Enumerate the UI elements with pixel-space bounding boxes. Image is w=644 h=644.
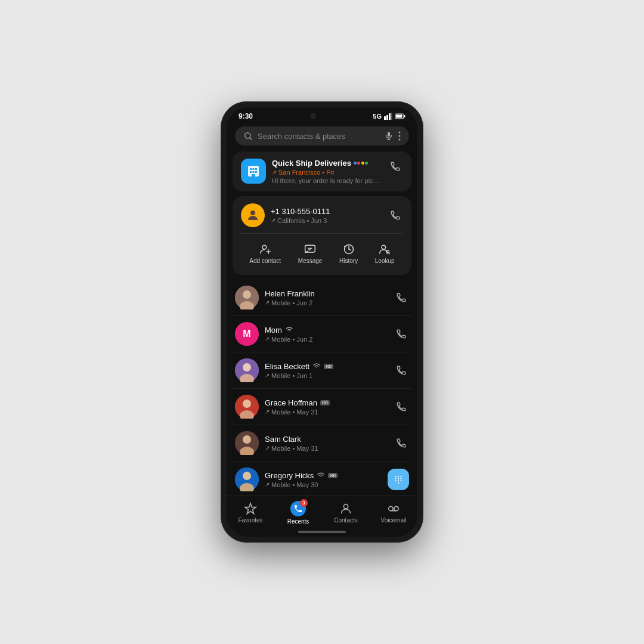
helen-call-button[interactable] xyxy=(394,290,409,305)
svg-point-54 xyxy=(398,478,399,479)
phone-frame: 9:30 5G xyxy=(221,101,423,543)
elisa-call-button[interactable] xyxy=(394,363,409,378)
sam-sub: ↗ Mobile • May 31 xyxy=(265,445,388,452)
svg-rect-1 xyxy=(386,115,388,120)
voice-search-icon[interactable] xyxy=(384,131,394,141)
sam-name: Sam Clark xyxy=(265,435,388,444)
recent-item-elisa[interactable]: Elisa Beckett HD ↗ Mobile • Jun 1 xyxy=(233,352,411,389)
svg-point-58 xyxy=(400,480,401,481)
svg-rect-18 xyxy=(255,168,257,170)
dialpad-fab[interactable] xyxy=(388,469,409,490)
svg-point-62 xyxy=(394,506,398,510)
grace-sub: ↗ Mobile • May 31 xyxy=(265,408,388,416)
gregory-avatar-img xyxy=(235,467,259,491)
phone-icon xyxy=(390,210,401,221)
elisa-info: Elisa Beckett HD ↗ Mobile • Jun 1 xyxy=(265,362,388,379)
helen-sub: ↗ Mobile • Jun 2 xyxy=(265,299,388,306)
unknown-call-button[interactable] xyxy=(388,208,403,223)
add-contact-icon xyxy=(259,243,271,255)
svg-line-8 xyxy=(250,138,252,140)
sam-avatar xyxy=(235,431,259,455)
quick-ship-call-button[interactable] xyxy=(388,159,403,174)
camera-notch xyxy=(310,113,316,119)
nav-favorites[interactable]: Favorites xyxy=(227,502,274,524)
nav-voicemail-label: Voicemail xyxy=(381,517,407,524)
svg-point-59 xyxy=(398,482,399,484)
unknown-number-card[interactable]: +1 310-555-0111 ↗ California • Jun 3 xyxy=(233,196,411,275)
svg-point-52 xyxy=(400,476,401,477)
contacts-icon xyxy=(339,502,352,515)
svg-point-12 xyxy=(399,132,401,134)
home-indicator xyxy=(227,527,417,537)
svg-point-60 xyxy=(343,504,348,509)
svg-point-61 xyxy=(389,506,393,510)
recent-item-mom[interactable]: M Mom ↗ Mobile • Jun 2 xyxy=(233,316,411,352)
helen-avatar xyxy=(235,286,259,309)
svg-rect-2 xyxy=(389,113,391,120)
svg-point-53 xyxy=(395,478,396,479)
gregory-info: Gregory Hicks HD ↗ Mobile • May 30 xyxy=(265,471,382,488)
status-bar: 9:30 5G xyxy=(227,107,417,123)
nav-recents[interactable]: 3 Recents xyxy=(274,501,322,525)
message-icon xyxy=(304,243,316,255)
grace-avatar xyxy=(235,395,259,419)
action-message[interactable]: Message xyxy=(292,240,329,268)
mom-call-button[interactable] xyxy=(394,326,409,342)
svg-point-57 xyxy=(398,480,399,481)
quick-ship-name: Quick Ship Deliveries xyxy=(272,159,351,168)
phone-icon xyxy=(390,161,401,172)
svg-rect-6 xyxy=(396,115,402,118)
phone-icon xyxy=(396,292,407,303)
svg-rect-17 xyxy=(253,168,255,170)
helen-name: Helen Franklin xyxy=(265,289,388,298)
quick-ship-card[interactable]: Quick Ship Deliveries ↗ San Francisco • … xyxy=(233,151,411,191)
mom-info: Mom ↗ Mobile • Jun 2 xyxy=(265,326,388,343)
action-add-contact[interactable]: Add contact xyxy=(243,240,287,268)
helen-info: Helen Franklin ↗ Mobile • Jun 2 xyxy=(265,289,388,306)
lookup-icon xyxy=(379,243,391,255)
svg-rect-22 xyxy=(252,174,255,177)
recent-item-grace[interactable]: Grace Hoffman HD ↗ Mobile • May 31 xyxy=(233,389,411,425)
action-message-label: Message xyxy=(298,258,323,264)
nav-voicemail[interactable]: Voicemail xyxy=(370,502,417,524)
main-content: Search contacts & places xyxy=(227,123,417,496)
recents-bubble: 3 xyxy=(290,501,306,516)
more-options-icon[interactable] xyxy=(398,131,401,141)
svg-point-42 xyxy=(243,400,251,408)
nav-recents-label: Recents xyxy=(287,518,309,525)
nav-contacts[interactable]: Contacts xyxy=(322,502,370,524)
signal-text: 5G xyxy=(373,113,382,120)
svg-point-55 xyxy=(400,478,401,479)
building-icon xyxy=(246,164,261,178)
signal-bars-icon xyxy=(384,113,392,120)
unknown-number: +1 310-555-0111 xyxy=(271,207,382,216)
svg-line-34 xyxy=(389,253,390,254)
grace-call-button[interactable] xyxy=(394,399,409,414)
svg-rect-5 xyxy=(404,115,405,117)
quick-ship-location: ↗ San Francisco • Fri xyxy=(272,169,382,176)
home-bar xyxy=(298,531,346,533)
recent-item-helen[interactable]: Helen Franklin ↗ Mobile • Jun 2 xyxy=(233,280,411,316)
action-lookup[interactable]: Lookup xyxy=(369,240,401,268)
recent-item-gregory[interactable]: Gregory Hicks HD ↗ Mobile • May 30 xyxy=(233,462,411,496)
nav-contacts-label: Contacts xyxy=(334,517,357,524)
battery-icon xyxy=(395,113,405,120)
mom-name: Mom xyxy=(265,326,388,335)
quick-ship-message: Hi there, your order is ready for pickup… xyxy=(272,177,382,184)
mom-avatar: M xyxy=(235,322,259,346)
history-icon xyxy=(343,243,355,255)
action-history[interactable]: History xyxy=(333,240,364,268)
svg-rect-0 xyxy=(384,116,386,120)
sam-call-button[interactable] xyxy=(394,435,409,451)
mom-sub: ↗ Mobile • Jun 2 xyxy=(265,336,388,343)
person-icon xyxy=(246,208,260,222)
gregory-avatar xyxy=(235,467,259,491)
recent-item-sam[interactable]: Sam Clark ↗ Mobile • May 31 xyxy=(233,425,411,462)
gregory-sub: ↗ Mobile • May 30 xyxy=(265,481,382,488)
recents-list: Helen Franklin ↗ Mobile • Jun 2 M xyxy=(233,280,411,496)
search-bar[interactable]: Search contacts & places xyxy=(235,126,409,145)
helen-avatar-img xyxy=(235,286,259,309)
svg-rect-16 xyxy=(250,168,252,170)
phone-icon xyxy=(396,401,407,412)
svg-point-23 xyxy=(250,210,255,215)
